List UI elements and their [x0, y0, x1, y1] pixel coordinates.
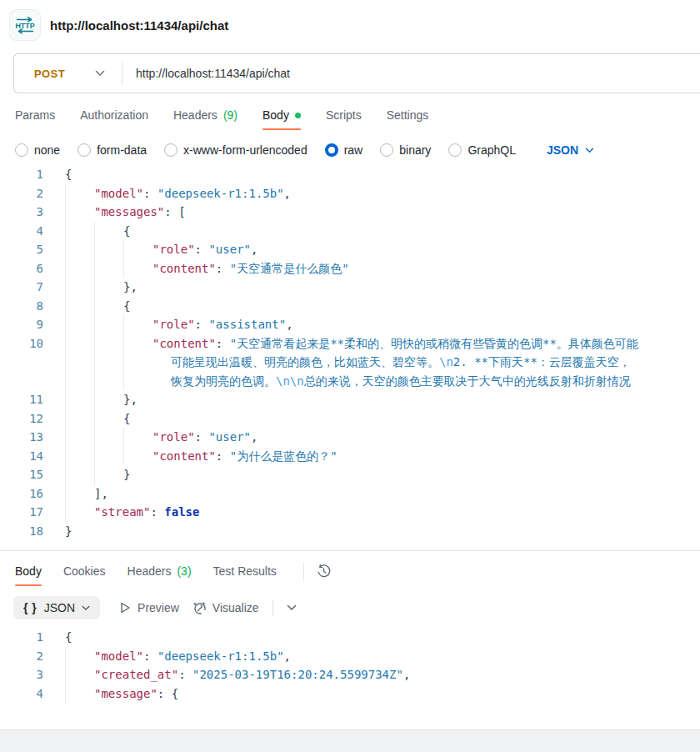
radio-icon [78, 143, 91, 157]
history-icon[interactable] [316, 564, 332, 579]
line-number [0, 372, 43, 391]
indent-guide [65, 334, 94, 353]
code-token: : [216, 334, 230, 353]
indent-guide [94, 240, 123, 259]
tab-label: Body [262, 108, 289, 122]
code-token: "model" [94, 647, 143, 666]
tab-label: Scripts [326, 108, 362, 122]
code-line: 17"stream": false [0, 503, 700, 522]
radio-icon [380, 143, 393, 157]
request-tab-params[interactable]: Params [15, 108, 55, 130]
code-line: 6"content": "天空通常是什么颜色" [0, 259, 700, 278]
line-number: 18 [0, 522, 43, 541]
code-token: { [65, 165, 72, 184]
radio-selected-icon [325, 143, 338, 157]
indent-guide [94, 409, 123, 429]
request-tab-headers[interactable]: Headers(9) [173, 108, 238, 130]
code-token: }, [123, 278, 138, 297]
request-body-editor[interactable]: 1{2"model": "deepseek-r1:1.5b",3"message… [0, 165, 700, 540]
tab-label: Body [15, 564, 42, 578]
code-token: \n\n [276, 372, 304, 391]
request-tab-scripts[interactable]: Scripts [326, 108, 362, 130]
indent-guide [65, 278, 94, 297]
indent-guide [94, 428, 123, 447]
line-number: 13 [0, 428, 43, 447]
indent-guide [65, 390, 94, 409]
tab-label: Cookies [63, 564, 106, 578]
code-token: , [403, 665, 410, 684]
response-format-dropdown[interactable]: { } JSON [13, 596, 100, 619]
code-line: 1{ [0, 165, 700, 184]
code-line: 3"messages": [ [0, 203, 700, 222]
indent-guide [94, 297, 123, 316]
code-line: 16], [0, 484, 700, 504]
indent-guide [123, 447, 152, 466]
indent-guide [94, 447, 123, 466]
code-token: { [65, 628, 72, 647]
code-token: : [178, 665, 192, 684]
indent-guide [65, 203, 94, 222]
radio-label: none [34, 143, 60, 157]
visualize-label: Visualize [212, 601, 259, 614]
code-token: "user" [208, 428, 251, 447]
code-token: "assistant" [208, 315, 286, 334]
body-type-option-form-data[interactable]: form-data [78, 143, 147, 157]
indent-guide [65, 315, 94, 334]
indent-guide [123, 240, 152, 259]
code-token: "role" [152, 315, 195, 334]
tab-label: Params [15, 108, 55, 122]
method-label: POST [34, 68, 65, 80]
preview-label: Preview [138, 601, 179, 614]
response-tab-cookies[interactable]: Cookies [63, 564, 106, 586]
indent-guide [94, 372, 123, 391]
code-line: 7}, [0, 278, 700, 297]
response-format-label: JSON [44, 601, 75, 614]
body-type-option-binary[interactable]: binary [380, 143, 431, 157]
line-number: 1 [0, 165, 43, 184]
response-tab-headers[interactable]: Headers(3) [128, 564, 192, 586]
code-token: 可能呈现出温暖、明亮的颜色，比如蓝天、碧空等。 [171, 353, 439, 372]
line-number: 10 [0, 334, 43, 353]
body-language-dropdown[interactable]: JSON [547, 143, 594, 157]
code-token: } [123, 465, 130, 484]
code-line: 18} [0, 522, 700, 541]
code-token: \n [439, 353, 453, 372]
indent-guide [65, 222, 94, 241]
response-tab-body[interactable]: Body [15, 564, 42, 586]
body-type-option-x-www-form-urlencoded[interactable]: x-www-form-urlencoded [164, 143, 308, 157]
line-number: 8 [0, 297, 43, 316]
response-body-viewer[interactable]: 1{2"model": "deepseek-r1:1.5b",3"created… [0, 624, 700, 704]
body-set-indicator-dot [295, 113, 301, 118]
code-line: 2"model": "deepseek-r1:1.5b", [0, 647, 700, 666]
body-type-option-raw[interactable]: raw [325, 143, 363, 157]
indent-guide [65, 240, 94, 259]
indent-guide [65, 447, 94, 466]
url-input[interactable]: http://localhost:11434/api/chat [122, 67, 290, 80]
more-options-button[interactable] [287, 604, 297, 611]
indent-guide [65, 184, 94, 203]
indent-guide [123, 353, 152, 372]
code-token: "content" [152, 447, 216, 466]
request-tab-settings[interactable]: Settings [387, 108, 429, 130]
indent-guide [94, 315, 123, 334]
code-token: "2025-03-19T16:20:24.5599734Z" [192, 665, 403, 684]
divider [303, 563, 304, 579]
preview-button[interactable]: Preview [120, 601, 179, 614]
tab-count-badge: (3) [177, 564, 191, 578]
request-tab-body[interactable]: Body [262, 108, 301, 130]
code-token: { [123, 297, 130, 316]
code-line: 15} [0, 465, 700, 484]
response-tab-test-results[interactable]: Test Results [213, 564, 277, 586]
tab-label: Headers [173, 108, 218, 122]
radio-icon [164, 143, 178, 157]
body-type-option-graphql[interactable]: GraphQL [448, 143, 516, 157]
line-number: 3 [0, 665, 43, 684]
tab-label: Headers [128, 564, 172, 578]
method-selector[interactable]: POST [14, 68, 122, 80]
request-tab-authorization[interactable]: Authorization [80, 108, 148, 130]
code-line: 3"created_at": "2025-03-19T16:20:24.5599… [0, 665, 700, 684]
indent-guide [123, 428, 152, 447]
body-type-option-none[interactable]: none [15, 143, 60, 157]
divider [272, 599, 273, 616]
visualize-button[interactable]: Visualize [192, 601, 259, 614]
